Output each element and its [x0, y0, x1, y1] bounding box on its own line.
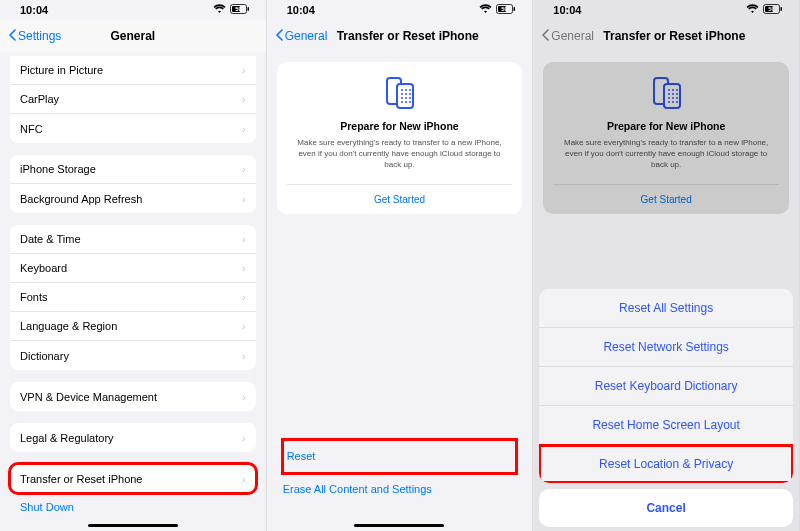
settings-row-background-app-refresh[interactable]: Background App Refresh›	[10, 184, 256, 213]
reset-keyboard-dictionary-button[interactable]: Reset Keyboard Dictionary	[539, 367, 793, 406]
status-time: 10:04	[20, 4, 48, 16]
screen-reset-sheet: 10:04 59 General Transfer or Reset iPhon…	[533, 0, 800, 531]
svg-point-15	[409, 93, 411, 95]
svg-point-13	[401, 93, 403, 95]
battery-icon: 59	[496, 4, 516, 16]
chevron-right-icon: ›	[242, 163, 246, 175]
get-started-button[interactable]: Get Started	[287, 184, 513, 214]
chevron-right-icon: ›	[242, 123, 246, 135]
prepare-card-desc: Make sure everything's ready to transfer…	[287, 138, 513, 170]
status-time: 10:04	[287, 4, 315, 16]
row-label: Background App Refresh	[20, 193, 142, 205]
cancel-button[interactable]: Cancel	[539, 489, 793, 527]
chevron-right-icon: ›	[242, 64, 246, 76]
chevron-right-icon: ›	[242, 350, 246, 362]
chevron-right-icon: ›	[242, 93, 246, 105]
battery-icon: 59	[230, 4, 250, 16]
svg-text:59: 59	[501, 6, 508, 12]
svg-point-21	[409, 101, 411, 103]
row-label: Transfer or Reset iPhone	[20, 473, 142, 485]
sheet-options: Reset All Settings Reset Network Setting…	[539, 289, 793, 483]
row-label: Dictionary	[20, 350, 69, 362]
svg-point-11	[405, 89, 407, 91]
nav-back-label: General	[285, 29, 328, 43]
chevron-right-icon: ›	[242, 391, 246, 403]
row-label: Fonts	[20, 291, 48, 303]
settings-row-transfer-reset[interactable]: Transfer or Reset iPhone›	[10, 464, 256, 493]
status-bar: 10:04 59	[0, 0, 266, 20]
settings-group: Picture in Picture› CarPlay› NFC›	[10, 56, 256, 143]
nav-bar: Settings General	[0, 20, 266, 52]
settings-group: Date & Time› Keyboard› Fonts› Language &…	[10, 225, 256, 370]
svg-rect-9	[397, 84, 413, 108]
row-label: iPhone Storage	[20, 163, 96, 175]
svg-point-16	[401, 97, 403, 99]
row-label: Date & Time	[20, 233, 81, 245]
wifi-icon	[213, 4, 226, 16]
settings-group: iPhone Storage› Background App Refresh›	[10, 155, 256, 213]
nav-bar: General Transfer or Reset iPhone	[267, 20, 533, 52]
svg-point-17	[405, 97, 407, 99]
screen-transfer-reset: 10:04 59 General Transfer or Reset iPhon…	[267, 0, 534, 531]
settings-row-vpn[interactable]: VPN & Device Management›	[10, 382, 256, 411]
nav-back-button[interactable]: General	[275, 29, 328, 44]
row-label: VPN & Device Management	[20, 391, 157, 403]
home-indicator[interactable]	[88, 524, 178, 527]
settings-row-picture-in-picture[interactable]: Picture in Picture›	[10, 56, 256, 85]
reset-button[interactable]: Reset	[283, 440, 517, 473]
settings-row-dictionary[interactable]: Dictionary›	[10, 341, 256, 370]
chevron-right-icon: ›	[242, 473, 246, 485]
settings-row-keyboard[interactable]: Keyboard›	[10, 254, 256, 283]
nav-back-button[interactable]: Settings	[8, 29, 61, 44]
settings-row-carplay[interactable]: CarPlay›	[10, 85, 256, 114]
svg-point-20	[405, 101, 407, 103]
svg-point-12	[409, 89, 411, 91]
reset-all-settings-button[interactable]: Reset All Settings	[539, 289, 793, 328]
reset-home-screen-button[interactable]: Reset Home Screen Layout	[539, 406, 793, 445]
reset-action-sheet: Reset All Settings Reset Network Setting…	[539, 289, 793, 527]
bottom-links: Reset Erase All Content and Settings	[283, 440, 517, 505]
settings-row-date-time[interactable]: Date & Time›	[10, 225, 256, 254]
settings-scroll[interactable]: Picture in Picture› CarPlay› NFC› iPhone…	[0, 52, 266, 531]
svg-point-14	[405, 93, 407, 95]
svg-rect-1	[247, 7, 249, 11]
chevron-right-icon: ›	[242, 320, 246, 332]
row-label: Picture in Picture	[20, 64, 103, 76]
settings-row-legal[interactable]: Legal & Regulatory›	[10, 423, 256, 452]
chevron-right-icon: ›	[242, 291, 246, 303]
settings-group-transfer-reset: Transfer or Reset iPhone›	[10, 464, 256, 493]
devices-icon	[287, 76, 513, 110]
reset-location-privacy-button[interactable]: Reset Location & Privacy	[539, 445, 793, 483]
wifi-icon	[479, 4, 492, 16]
reset-network-settings-button[interactable]: Reset Network Settings	[539, 328, 793, 367]
chevron-left-icon	[275, 29, 283, 44]
shut-down-button[interactable]: Shut Down	[10, 493, 256, 521]
chevron-right-icon: ›	[242, 193, 246, 205]
chevron-left-icon	[8, 29, 16, 44]
chevron-right-icon: ›	[242, 233, 246, 245]
svg-text:59: 59	[235, 6, 242, 12]
settings-group: VPN & Device Management›	[10, 382, 256, 411]
screen-general: 10:04 59 Settings General Picture in Pic…	[0, 0, 267, 531]
status-icons: 59	[479, 4, 516, 16]
row-label: NFC	[20, 123, 43, 135]
svg-point-10	[401, 89, 403, 91]
row-label: CarPlay	[20, 93, 59, 105]
settings-row-iphone-storage[interactable]: iPhone Storage›	[10, 155, 256, 184]
nav-title: Transfer or Reset iPhone	[337, 29, 533, 43]
settings-row-nfc[interactable]: NFC›	[10, 114, 256, 143]
row-label: Language & Region	[20, 320, 117, 332]
prepare-card: Prepare for New iPhone Make sure everyth…	[277, 62, 523, 214]
chevron-right-icon: ›	[242, 432, 246, 444]
chevron-right-icon: ›	[242, 262, 246, 274]
row-label: Legal & Regulatory	[20, 432, 114, 444]
svg-rect-5	[514, 7, 516, 11]
nav-back-label: Settings	[18, 29, 61, 43]
erase-all-button[interactable]: Erase All Content and Settings	[283, 473, 517, 505]
home-indicator[interactable]	[354, 524, 444, 527]
status-bar: 10:04 59	[267, 0, 533, 20]
settings-row-language-region[interactable]: Language & Region›	[10, 312, 256, 341]
prepare-card-title: Prepare for New iPhone	[287, 120, 513, 132]
row-label: Keyboard	[20, 262, 67, 274]
settings-row-fonts[interactable]: Fonts›	[10, 283, 256, 312]
